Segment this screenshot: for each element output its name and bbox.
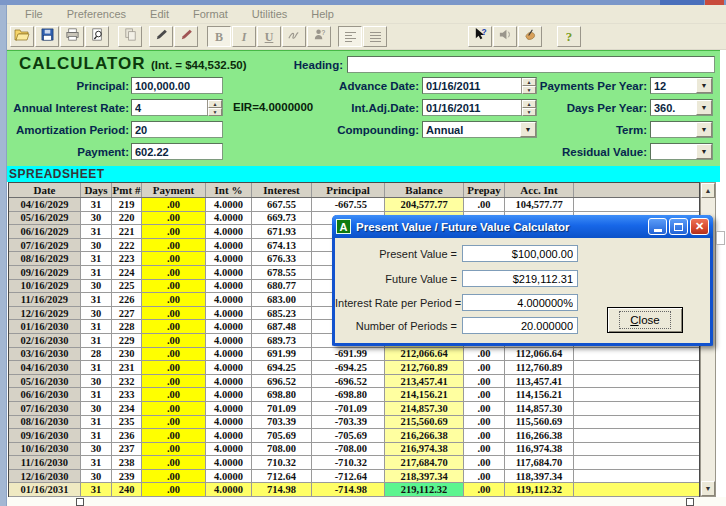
- spinner-up-icon[interactable]: ▲: [208, 100, 222, 108]
- menu-item-edit[interactable]: Edit: [150, 8, 169, 20]
- menu-item-help[interactable]: Help: [311, 8, 334, 20]
- present-value-input[interactable]: [462, 245, 578, 262]
- cell-interest: 669.73: [252, 212, 312, 225]
- minimize-button[interactable]: [648, 218, 667, 235]
- scroll-up-icon[interactable]: ▲: [701, 183, 715, 198]
- chevron-down-icon[interactable]: ▼: [696, 78, 712, 93]
- menu-item-utilities[interactable]: Utilities: [252, 8, 287, 20]
- cell-pmt: 222: [112, 239, 142, 252]
- menu-item-file[interactable]: File: [25, 8, 43, 20]
- cell-payment: .00: [142, 348, 206, 361]
- heading-input[interactable]: [348, 57, 714, 72]
- resize-handle[interactable]: [686, 498, 694, 506]
- table-row[interactable]: 10/16/203030237.004.0000708.00-708.00216…: [9, 443, 699, 457]
- column-header-accint: Acc. Int: [505, 183, 574, 197]
- maximize-button[interactable]: [669, 218, 688, 235]
- annual-interest-rate-input[interactable]: [132, 100, 207, 115]
- copy-button[interactable]: [118, 26, 142, 47]
- cell-payment: .00: [142, 320, 206, 333]
- menu-item-format[interactable]: Format: [193, 8, 228, 20]
- cell-payment: .00: [142, 252, 206, 265]
- cell-filler: [574, 402, 699, 415]
- spreadsheet-section-label: SPREADSHEET: [7, 166, 720, 182]
- table-row[interactable]: 03/16/203028230.004.0000691.99-691.99212…: [9, 348, 699, 362]
- table-header-row: DateDaysPmt #PaymentInt %InterestPrincip…: [9, 183, 699, 198]
- context-help-button[interactable]: ?: [468, 26, 492, 47]
- term-label: Term:: [507, 124, 647, 136]
- window-edge-artifact: [716, 231, 725, 245]
- term-dropdown[interactable]: ▼: [650, 121, 713, 138]
- payment-input[interactable]: [132, 144, 222, 159]
- days-per-year-dropdown[interactable]: 360. ▼: [650, 99, 713, 116]
- close-button[interactable]: Close: [607, 307, 683, 333]
- future-value-input[interactable]: [462, 270, 578, 287]
- preview-magnifier-icon: [90, 27, 105, 46]
- menu-item-preferences[interactable]: Preferences: [67, 8, 126, 20]
- signature-button[interactable]: [282, 26, 306, 47]
- chevron-down-icon[interactable]: ▼: [696, 100, 712, 115]
- table-row[interactable]: 08/16/203031235.004.0000703.39-703.39215…: [9, 416, 699, 430]
- table-row[interactable]: 07/16/203030234.004.0000701.09-701.09214…: [9, 402, 699, 416]
- cell-balance: 219,112.32: [385, 483, 464, 496]
- cell-principal: -705.69: [312, 429, 385, 442]
- number-of-periods-input[interactable]: [462, 317, 578, 334]
- edit-pencil-button[interactable]: [149, 26, 173, 47]
- table-row[interactable]: 11/16/203031238.004.0000710.32-710.32217…: [9, 456, 699, 470]
- cell-pmt: 239: [112, 470, 142, 483]
- cell-filler: [574, 443, 699, 456]
- principal-input[interactable]: [132, 78, 222, 93]
- residual-value-dropdown[interactable]: ▼: [650, 143, 713, 160]
- dialog-titlebar[interactable]: A Present Value / Future Value Calculato…: [332, 215, 713, 238]
- sign-hand-button[interactable]: [518, 26, 542, 47]
- help-button[interactable]: ?: [557, 26, 581, 47]
- chevron-down-icon[interactable]: ▼: [696, 144, 712, 159]
- open-file-button[interactable]: [10, 26, 34, 47]
- resize-handle[interactable]: [76, 498, 84, 506]
- bold-button[interactable]: B: [207, 26, 231, 47]
- save-button[interactable]: [35, 26, 59, 47]
- cell-filler: [574, 416, 699, 429]
- align-left-button[interactable]: [338, 26, 362, 47]
- cell-pmt: 227: [112, 307, 142, 320]
- table-row[interactable]: 12/16/203030239.004.0000712.64-712.64218…: [9, 470, 699, 484]
- cell-accint: 104,577.77: [505, 198, 574, 211]
- dialog-close-button[interactable]: ✕: [690, 218, 709, 235]
- draw-pencil-button[interactable]: [174, 26, 198, 47]
- table-row[interactable]: 04/16/203031231.004.0000694.25-694.25212…: [9, 361, 699, 375]
- spinner-down-icon[interactable]: ▼: [208, 108, 222, 116]
- table-row[interactable]: 09/16/203031236.004.0000705.69-705.69216…: [9, 429, 699, 443]
- cell-interest: 689.73: [252, 334, 312, 347]
- cell-interest: 674.13: [252, 239, 312, 252]
- interest-rate-per-period-input[interactable]: [462, 294, 578, 311]
- amortization-period-input[interactable]: [132, 122, 222, 137]
- align-justify-button[interactable]: [363, 26, 387, 47]
- italic-button[interactable]: I: [232, 26, 256, 47]
- cell-filler: [574, 348, 699, 361]
- payments-per-year-dropdown[interactable]: 12 ▼: [650, 77, 713, 94]
- cell-filler: [574, 429, 699, 442]
- table-row[interactable]: 05/16/203030232.004.0000696.52-696.52213…: [9, 375, 699, 389]
- chevron-down-icon[interactable]: ▼: [696, 122, 712, 137]
- table-row[interactable]: 06/16/203031233.004.0000698.80-698.80214…: [9, 388, 699, 402]
- cell-date: 08/16/2030: [9, 416, 81, 429]
- cell-pmt: 228: [112, 320, 142, 333]
- cell-days: 31: [81, 456, 112, 469]
- scroll-down-icon[interactable]: ▼: [701, 481, 715, 496]
- underline-button[interactable]: U: [257, 26, 281, 47]
- close-icon: ✕: [695, 221, 704, 232]
- cell-pmt: 221: [112, 225, 142, 238]
- annual-interest-rate-label: Annual Interest Rate:: [7, 102, 129, 114]
- print-button[interactable]: [60, 26, 84, 47]
- print-preview-button[interactable]: [85, 26, 109, 47]
- cell-prepay: .00: [464, 375, 505, 388]
- column-header-filler: [574, 183, 699, 197]
- cell-filler: [574, 483, 699, 496]
- table-row[interactable]: 01/16/203131240.004.0000714.98-714.98219…: [9, 483, 699, 497]
- user-help-button[interactable]: ?: [307, 26, 331, 47]
- cell-filler: [574, 388, 699, 401]
- cell-intpct: 4.0000: [206, 348, 252, 361]
- interest-rate-spinner[interactable]: ▲▼: [207, 100, 222, 115]
- announce-button[interactable]: [493, 26, 517, 47]
- cell-days: 31: [81, 293, 112, 306]
- table-row[interactable]: 04/16/202931219.004.0000667.55-667.55204…: [9, 198, 699, 212]
